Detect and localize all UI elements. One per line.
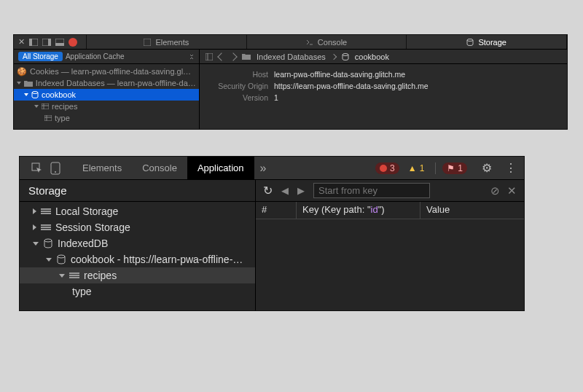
breadcrumb-db[interactable]: cookbook <box>355 52 389 61</box>
settings-icon[interactable]: ⚙ <box>476 161 498 175</box>
chrome-tabbar: Elements Console Application » 3 ▲1 ⚑1 ⚙… <box>20 157 524 180</box>
svg-rect-5 <box>55 43 64 46</box>
more-tabs-icon[interactable]: » <box>254 162 273 175</box>
tree-db-cookbook[interactable]: cookbook - https://learn-pwa-offline-… <box>20 251 255 267</box>
tab-label: Elements <box>155 38 189 47</box>
disclosure-open-icon <box>46 258 52 262</box>
safari-devtools: ✕ Elements Console Storage All Storage A… <box>13 34 568 130</box>
tab-application[interactable]: Application <box>187 157 254 180</box>
database-icon <box>31 91 39 98</box>
tab-elements[interactable]: Elements <box>87 35 247 49</box>
tab-console[interactable]: Console <box>247 35 407 49</box>
folder-icon <box>24 80 33 87</box>
safari-detail-pane: Hostlearn-pwa-offline-data-saving.glitch… <box>200 64 567 129</box>
detail-key: Host <box>207 68 268 80</box>
tab-label: Console <box>318 38 347 47</box>
tree-label: type <box>72 286 91 297</box>
chrome-data-table: # Key (Key path: "id") Value <box>256 202 524 310</box>
breadcrumb-group[interactable]: Indexed Databases <box>257 52 326 61</box>
tab-label: Storage <box>478 38 506 47</box>
prev-icon[interactable]: ◀ <box>281 185 289 196</box>
tree-cookies[interactable]: 🍪 Cookies — learn-pwa-offline-data-savin… <box>14 66 199 77</box>
sidebar-toggle-icon[interactable] <box>206 53 213 60</box>
device-icon[interactable] <box>50 162 60 175</box>
tree-local-storage[interactable]: Local Storage <box>20 203 255 219</box>
col-value[interactable]: Value <box>420 202 524 219</box>
nav-fwd-icon[interactable] <box>229 52 237 60</box>
svg-rect-3 <box>48 39 51 46</box>
tree-label: type <box>55 114 70 122</box>
tab-label: Elements <box>82 162 122 173</box>
tree-index-type[interactable]: type <box>20 283 255 299</box>
svg-point-21 <box>55 171 56 173</box>
tree-label: Session Storage <box>55 222 130 233</box>
tree-label: Indexed Databases — learn-pwa-offline-da… <box>36 79 196 87</box>
safari-tabbar: ✕ Elements Console Storage <box>14 35 567 50</box>
issues-badge[interactable]: ⚑1 <box>442 162 467 174</box>
cookie-icon: 🍪 <box>17 67 27 77</box>
table-icon <box>42 103 49 109</box>
detail-key: Security Origin <box>207 80 268 92</box>
tree-db-cookbook[interactable]: cookbook <box>14 89 199 101</box>
clear-icon[interactable]: ⊘ <box>490 184 500 197</box>
storage-icon <box>466 39 474 46</box>
tree-store-recipes[interactable]: recipes <box>20 267 255 283</box>
filter-all-storage[interactable]: All Storage <box>18 52 63 61</box>
tree-label: Local Storage <box>55 205 118 217</box>
close-icon[interactable]: ✕ <box>18 37 25 47</box>
svg-point-12 <box>32 92 38 94</box>
tab-console[interactable]: Console <box>132 157 187 180</box>
svg-rect-6 <box>144 39 151 46</box>
tree-label: cookbook - https://learn-pwa-offline-… <box>71 254 243 265</box>
warning-count-badge[interactable]: ▲1 <box>404 162 429 174</box>
svg-point-8 <box>467 39 473 41</box>
detail-val: 1 <box>274 92 278 103</box>
nav-back-icon[interactable] <box>217 52 225 60</box>
safari-window-controls: ✕ <box>14 35 87 49</box>
tree-store-recipes[interactable]: recipes <box>14 101 199 112</box>
collapse-icon[interactable] <box>189 54 195 60</box>
tree-label: Cookies — learn-pwa-offline-data-saving.… <box>30 67 191 76</box>
disclosure-open-icon <box>59 274 65 278</box>
next-icon[interactable]: ▶ <box>297 185 305 196</box>
tree-session-storage[interactable]: Session Storage <box>20 219 255 235</box>
detail-val: https://learn-pwa-offline-data-saving.gl… <box>274 80 429 92</box>
disclosure-open-icon <box>34 105 39 108</box>
error-icon <box>380 165 387 172</box>
kebab-menu-icon[interactable]: ⋮ <box>498 161 524 175</box>
inspect-icon[interactable] <box>31 162 43 174</box>
dock-bottom-icon[interactable] <box>55 39 64 46</box>
tree-label: IndexedDB <box>58 238 108 249</box>
svg-point-22 <box>44 239 52 242</box>
dock-right-icon[interactable] <box>42 39 51 46</box>
disclosure-closed-icon <box>33 208 36 214</box>
svg-rect-16 <box>44 115 52 121</box>
svg-rect-13 <box>42 103 49 109</box>
close-icon[interactable]: ✕ <box>507 184 517 197</box>
tab-storage[interactable]: Storage <box>407 35 567 49</box>
storage-icon <box>41 224 51 230</box>
error-badge-icon[interactable] <box>69 38 77 47</box>
key-search-input[interactable] <box>313 183 430 198</box>
chrome-devtools: Elements Console Application » 3 ▲1 ⚑1 ⚙… <box>19 156 525 311</box>
refresh-icon[interactable]: ↻ <box>263 184 273 197</box>
disclosure-open-icon <box>24 93 28 96</box>
table-icon <box>44 115 52 121</box>
tree-label: recipes <box>84 270 117 281</box>
tab-label: Console <box>142 162 177 173</box>
error-count-badge[interactable]: 3 <box>375 162 399 174</box>
breadcrumb-sep-icon <box>331 53 337 59</box>
disclosure-closed-icon <box>33 224 36 230</box>
tree-idb-group[interactable]: Indexed Databases — learn-pwa-offline-da… <box>14 77 199 89</box>
filter-app-cache[interactable]: Application Cache <box>66 52 125 60</box>
dock-left-icon[interactable] <box>29 39 38 46</box>
flag-icon: ⚑ <box>447 163 455 173</box>
tree-indexeddb[interactable]: IndexedDB <box>20 235 255 251</box>
tab-elements[interactable]: Elements <box>72 157 132 180</box>
col-index[interactable]: # <box>256 202 297 219</box>
store-icon <box>69 273 79 278</box>
tree-index-type[interactable]: type <box>14 112 199 124</box>
divider <box>435 162 436 174</box>
col-key[interactable]: Key (Key path: "id") <box>297 202 420 219</box>
database-icon <box>342 53 349 60</box>
